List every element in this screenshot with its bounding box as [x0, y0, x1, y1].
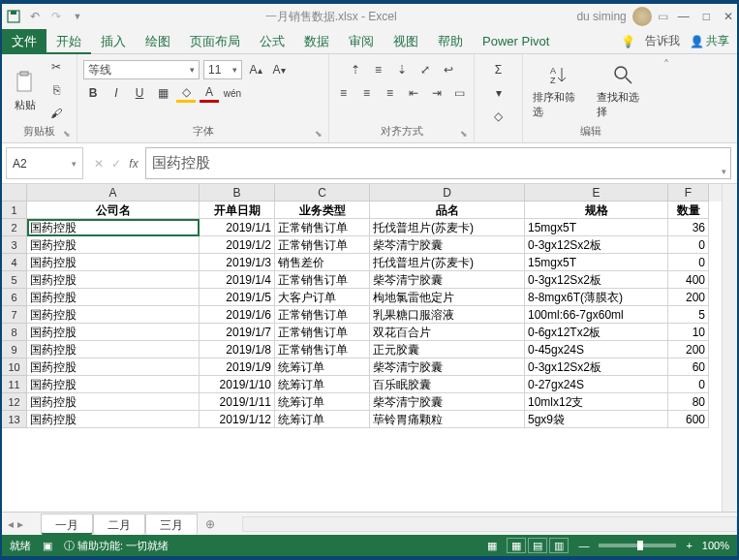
cell[interactable]: 正常销售订单 — [275, 324, 370, 341]
fill-color-icon[interactable]: ◇ — [176, 83, 196, 103]
col-header[interactable]: C — [275, 184, 370, 202]
tab-data[interactable]: 数据 — [294, 29, 339, 54]
cell[interactable]: 国药控股 — [27, 376, 200, 393]
cell[interactable]: 国药控股 — [27, 411, 200, 428]
minimize-icon[interactable]: — — [678, 10, 690, 23]
align-right-icon[interactable]: ≡ — [381, 83, 400, 103]
cell[interactable]: 国药控股 — [27, 289, 200, 306]
cell[interactable]: 2019/1/4 — [200, 271, 275, 289]
cell[interactable]: 60 — [668, 358, 709, 376]
cell[interactable]: 正常销售订单 — [275, 306, 370, 324]
cell[interactable]: 2019/1/5 — [200, 289, 275, 306]
tab-review[interactable]: 审阅 — [339, 29, 384, 54]
cell[interactable]: 0-6gx12Tx2板 — [525, 324, 668, 341]
formula-input[interactable]: 国药控股▾ — [145, 147, 731, 179]
col-header[interactable]: D — [370, 184, 525, 202]
cell[interactable]: 0-3gx12Sx2板 — [525, 358, 668, 376]
row-header[interactable]: 9 — [2, 341, 27, 358]
align-left-icon[interactable]: ≡ — [334, 83, 354, 103]
cell[interactable]: 15mgx5T — [525, 254, 668, 271]
qat-dropdown-icon[interactable]: ▼ — [70, 9, 85, 24]
lightbulb-icon[interactable]: 💡 — [621, 35, 635, 48]
cell[interactable]: 荜铃胃痛颗粒 — [370, 411, 525, 428]
cell[interactable]: 国药控股 — [27, 324, 200, 341]
font-launcher-icon[interactable]: ⬊ — [315, 129, 323, 139]
cell[interactable]: 0-3gx12Sx2板 — [525, 271, 668, 289]
cell[interactable]: 柴芩清宁胶囊 — [370, 358, 525, 376]
cell[interactable]: 枸地氯雷他定片 — [370, 289, 525, 306]
fx-icon[interactable]: fx — [129, 157, 138, 171]
tab-draw[interactable]: 绘图 — [136, 29, 180, 54]
indent-dec-icon[interactable]: ⇤ — [404, 83, 423, 103]
sheet-next-icon[interactable]: ▸ — [17, 517, 23, 531]
cell[interactable]: 0-45gx24S — [525, 341, 668, 358]
cell[interactable]: 正元胶囊 — [370, 341, 525, 358]
cell[interactable]: 0 — [668, 376, 709, 393]
view-layout-icon[interactable]: ▤ — [528, 538, 547, 553]
expand-formula-icon[interactable]: ▾ — [722, 167, 726, 176]
increase-font-icon[interactable]: A▴ — [246, 60, 265, 79]
cell[interactable]: 2019/1/7 — [200, 324, 275, 341]
cell[interactable]: 国药控股 — [27, 393, 200, 411]
col-header[interactable]: F — [668, 184, 709, 202]
cell[interactable]: 开单日期 — [200, 202, 275, 219]
align-top-icon[interactable]: ⇡ — [346, 60, 365, 79]
cell[interactable]: 2019/1/11 — [200, 393, 275, 411]
add-sheet-icon[interactable]: ⊕ — [198, 517, 223, 531]
tell-me[interactable]: 告诉我 — [645, 33, 680, 49]
merge-icon[interactable]: ▭ — [450, 83, 470, 103]
italic-icon[interactable]: I — [107, 83, 126, 103]
cell[interactable]: 2019/1/1 — [200, 219, 275, 236]
cell[interactable]: 2019/1/12 — [200, 411, 275, 428]
row-header[interactable]: 13 — [2, 411, 27, 428]
col-header[interactable]: B — [200, 184, 275, 202]
cell[interactable]: 10 — [668, 324, 709, 341]
tab-powerpivot[interactable]: Power Pivot — [473, 29, 559, 54]
cell[interactable]: 正常销售订单 — [275, 271, 370, 289]
cell[interactable]: 品名 — [370, 202, 525, 219]
row-header[interactable]: 12 — [2, 393, 27, 411]
tab-formulas[interactable]: 公式 — [250, 29, 294, 54]
font-name-combo[interactable]: 等线▾ — [83, 60, 200, 79]
bold-icon[interactable]: B — [83, 83, 103, 103]
cell[interactable]: 0 — [668, 236, 709, 254]
cell[interactable]: 柴芩清宁胶囊 — [370, 271, 525, 289]
status-macro-icon[interactable]: ▣ — [43, 540, 52, 552]
cell[interactable]: 200 — [668, 289, 709, 306]
cell[interactable]: 10mlx12支 — [525, 393, 668, 411]
cell[interactable]: 15mgx5T — [525, 219, 668, 236]
align-center-icon[interactable]: ≡ — [357, 83, 377, 103]
cell[interactable]: 托伐普坦片(苏麦卡) — [370, 219, 525, 236]
tab-view[interactable]: 视图 — [384, 29, 428, 54]
cell[interactable]: 托伐普坦片(苏麦卡) — [370, 254, 525, 271]
phonetic-icon[interactable]: wén — [223, 83, 242, 103]
name-box[interactable]: A2▾ — [6, 147, 83, 179]
cell[interactable]: 正常销售订单 — [275, 236, 370, 254]
cell[interactable]: 国药控股 — [27, 219, 200, 236]
cell[interactable]: 统筹订单 — [275, 376, 370, 393]
row-header[interactable]: 10 — [2, 358, 27, 376]
cell[interactable]: 5gx9袋 — [525, 411, 668, 428]
cell[interactable]: 2019/1/8 — [200, 341, 275, 358]
cell[interactable]: 0-27gx24S — [525, 376, 668, 393]
autosum-icon[interactable]: Σ — [489, 60, 508, 79]
display-settings-icon[interactable]: ▦ — [487, 540, 497, 552]
cell[interactable]: 100ml:66-7gx60ml — [525, 306, 668, 324]
cell[interactable]: 乳果糖口服溶液 — [370, 306, 525, 324]
tab-file[interactable]: 文件 — [2, 29, 46, 54]
zoom-slider[interactable] — [599, 544, 676, 547]
zoom-level[interactable]: 100% — [702, 540, 729, 551]
cell[interactable]: 0 — [668, 254, 709, 271]
row-header[interactable]: 1 — [2, 202, 27, 219]
cut-icon[interactable]: ✂ — [46, 57, 66, 77]
fill-icon[interactable]: ▾ — [489, 83, 508, 103]
cell[interactable]: 5 — [668, 306, 709, 324]
cell[interactable]: 36 — [668, 219, 709, 236]
maximize-icon[interactable]: □ — [703, 10, 710, 23]
paste-button[interactable]: 粘贴 — [8, 67, 43, 114]
select-all-corner[interactable] — [2, 184, 27, 202]
close-icon[interactable]: ✕ — [724, 10, 733, 23]
cell[interactable]: 0-3gx12Sx2板 — [525, 236, 668, 254]
cell[interactable]: 销售差价 — [275, 254, 370, 271]
clear-icon[interactable]: ◇ — [489, 107, 508, 126]
